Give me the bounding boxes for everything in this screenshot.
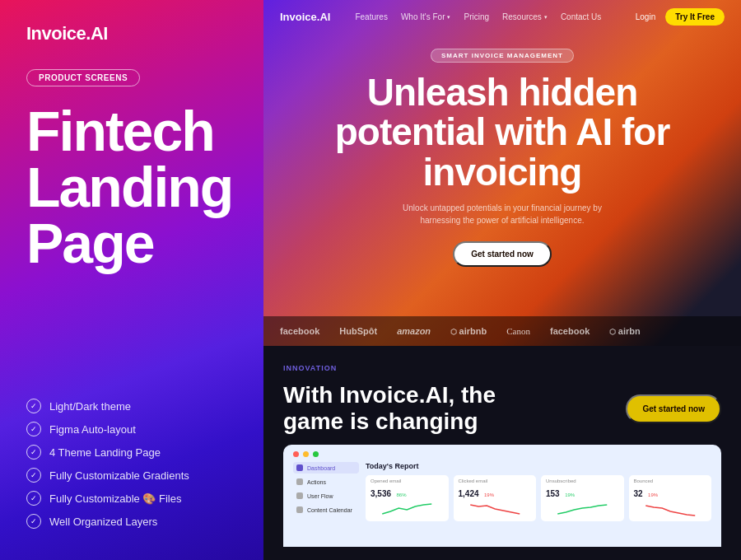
dash-main: Today's Report Opened email 3,536 86% <box>366 462 711 540</box>
chevron-down-icon: ▾ <box>544 14 548 21</box>
dash-report-title: Today's Report <box>366 462 711 470</box>
actions-icon <box>296 478 303 485</box>
hero-section: Invoice.AI Features Who It's For ▾ Prici… <box>263 0 741 346</box>
feature-item: ✓Fully Customizable 🎨 Files <box>26 491 237 506</box>
dash-sidebar: Dashboard Actions User Flow Content Cale… <box>293 462 359 540</box>
lower-title: With Invoice.AI, the game is changing <box>283 382 530 435</box>
left-panel: Invoice.AI PRODUCT SCREENS FintechLandin… <box>0 0 263 560</box>
left-title: FintechLandingPage <box>26 103 237 271</box>
feature-item: ✓Figma Auto-layout <box>26 422 237 436</box>
lower-content: With Invoice.AI, the game is changing Ge… <box>283 382 721 435</box>
nav-pricing[interactable]: Pricing <box>464 12 489 21</box>
window-dot-yellow <box>303 451 309 457</box>
check-icon: ✓ <box>26 399 41 413</box>
hero-title: Unleash hidden potential with AI for inv… <box>296 72 708 192</box>
brand-airbnb-1: airbnb <box>450 326 487 336</box>
metric-unsubscribed: Unsubscribed 153 19% <box>541 475 624 521</box>
smart-badge: SMART INVOICE MANAGEMENT <box>431 49 574 63</box>
hero-cta-button[interactable]: Get started now <box>453 241 552 267</box>
brand-facebook-1: facebook <box>280 326 319 336</box>
nav-who[interactable]: Who It's For ▾ <box>401 12 451 21</box>
brand-hubspot: HubSpôt <box>339 326 377 336</box>
dash-nav-dashboard[interactable]: Dashboard <box>293 462 359 474</box>
hero-subtitle: Unlock untapped potentials in your finan… <box>395 202 609 226</box>
chevron-down-icon: ▾ <box>447 14 450 21</box>
check-icon: ✓ <box>26 468 41 483</box>
check-icon: ✓ <box>26 422 41 436</box>
feature-item: ✓4 Theme Landing Page <box>26 445 237 460</box>
dash-nav-userflow[interactable]: User Flow <box>293 490 359 502</box>
check-icon: ✓ <box>26 491 41 506</box>
navbar: Invoice.AI Features Who It's For ▾ Prici… <box>263 0 741 34</box>
window-dot-green <box>313 451 319 457</box>
calendar-icon <box>296 506 303 513</box>
nav-features[interactable]: Features <box>355 12 387 21</box>
left-logo: Invoice.AI <box>26 23 237 44</box>
right-panel: Invoice.AI Features Who It's For ▾ Prici… <box>263 0 741 560</box>
dash-body: Dashboard Actions User Flow Content Cale… <box>293 462 711 540</box>
nav-right: Login Try It Free <box>636 8 725 26</box>
feature-item: ✓Light/Dark theme <box>26 399 237 413</box>
lower-section: INNOVATION With Invoice.AI, the game is … <box>263 346 741 560</box>
nav-login[interactable]: Login <box>636 12 655 21</box>
logos-bar: facebook HubSpôt amazon airbnb Canon fac… <box>263 316 741 346</box>
hero-content: SMART INVOICE MANAGEMENT Unleash hidden … <box>263 34 741 283</box>
dash-nav-calendar[interactable]: Content Calendar <box>293 504 359 516</box>
dashboard-preview: Dashboard Actions User Flow Content Cale… <box>283 445 721 547</box>
dashboard-icon <box>296 464 303 471</box>
feature-item: ✓Well Organized Layers <box>26 514 237 529</box>
nav-cta-button[interactable]: Try It Free <box>665 8 725 26</box>
brand-canon: Canon <box>506 326 530 336</box>
brand-amazon: amazon <box>397 326 431 336</box>
nav-contact[interactable]: Contact Us <box>561 12 601 21</box>
dash-nav-actions[interactable]: Actions <box>293 476 359 488</box>
nav-logo: Invoice.AI <box>280 11 330 23</box>
metric-chart-0 <box>370 502 444 518</box>
metric-chart-2 <box>546 502 619 518</box>
metric-chart-1 <box>459 502 532 518</box>
check-icon: ✓ <box>26 445 41 460</box>
brand-airbnb-2: airbn <box>609 326 640 336</box>
metric-clicked-email: Clicked email 1,424 19% <box>454 475 537 521</box>
brand-facebook-2: facebook <box>550 326 590 336</box>
userflow-icon <box>296 492 303 499</box>
feature-item: ✓Fully Customizable Gradients <box>26 468 237 483</box>
check-icon: ✓ <box>26 514 41 529</box>
innovation-label: INNOVATION <box>283 364 721 372</box>
dash-metrics: Opened email 3,536 86% <box>366 475 711 521</box>
features-list: ✓Light/Dark theme✓Figma Auto-layout✓4 Th… <box>26 399 237 537</box>
nav-links: Features Who It's For ▾ Pricing Resource… <box>355 12 635 21</box>
dash-topbar <box>293 451 711 457</box>
lower-cta-button[interactable]: Get started now <box>626 394 721 423</box>
product-badge: PRODUCT SCREENS <box>26 69 140 86</box>
metric-chart-3 <box>634 502 707 518</box>
metric-bounced: Bounced 32 19% <box>629 475 712 521</box>
metric-opened-email: Opened email 3,536 86% <box>366 475 449 521</box>
window-dot-red <box>293 451 299 457</box>
nav-resources[interactable]: Resources ▾ <box>502 12 548 21</box>
